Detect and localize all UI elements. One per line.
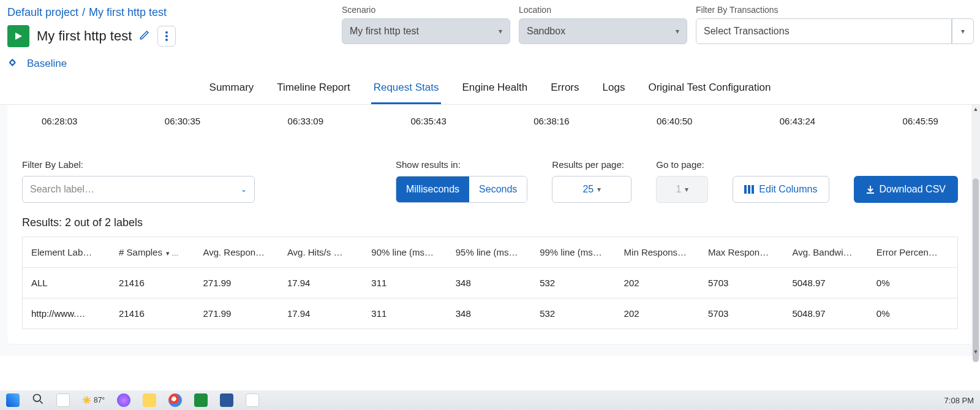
tab-original-config[interactable]: Original Test Configuration (646, 75, 773, 104)
edit-title-button[interactable] (139, 29, 150, 43)
col-max-response[interactable]: Max Respon… (699, 237, 783, 268)
tab-engine-health[interactable]: Engine Health (459, 75, 530, 104)
vertical-scrollbar[interactable]: ▲ ▼ (971, 105, 980, 356)
file-explorer-icon[interactable] (143, 393, 156, 407)
taskbar-app-icon[interactable] (246, 393, 259, 407)
cell-avg: 271.99 (194, 268, 278, 298)
col-avg-bandwidth[interactable]: Avg. Bandwi… (783, 237, 867, 268)
col-avg-hits[interactable]: Avg. Hits/s … (279, 237, 363, 268)
goto-value: 1 (676, 184, 681, 195)
tx-filter-value: Select Transactions (704, 26, 790, 37)
cell-p90: 311 (363, 298, 447, 329)
svg-rect-5 (752, 185, 754, 194)
location-value: Sandbox (527, 26, 565, 37)
scroll-down-icon[interactable]: ▼ (971, 347, 980, 356)
search-os-icon[interactable] (32, 393, 44, 408)
col-90-line[interactable]: 90% line (ms… (363, 237, 447, 268)
svg-rect-3 (744, 185, 747, 194)
perpage-select[interactable]: 25 ▾ (552, 176, 631, 203)
tx-filter-select[interactable]: Select Transactions (696, 18, 952, 44)
edit-columns-button[interactable]: Edit Columns (733, 176, 829, 203)
col-element-label[interactable]: Element Lab… (23, 237, 111, 268)
tab-errors[interactable]: Errors (548, 75, 581, 104)
tab-logs[interactable]: Logs (600, 75, 628, 104)
tick: 06:43:24 (780, 116, 815, 126)
sort-desc-icon: ▾ … (166, 249, 178, 257)
svg-point-1 (165, 35, 168, 37)
more-menu-button[interactable] (157, 26, 176, 47)
svg-point-6 (34, 395, 41, 402)
sun-icon: ☀️ (82, 396, 91, 404)
svg-rect-4 (748, 185, 750, 194)
caret-down-icon: ▾ (685, 185, 688, 194)
cell-min: 202 (616, 268, 699, 298)
taskbar-app-icon[interactable] (194, 393, 208, 407)
page-title: My first http test (37, 28, 132, 44)
filter-label-input[interactable]: Search label… ⌄ (22, 176, 255, 203)
tab-request-stats[interactable]: Request Stats (371, 75, 442, 104)
taskbar-app-icon[interactable] (56, 393, 70, 407)
cell-p90: 311 (363, 268, 447, 298)
results-table: Element Lab… # Samples ▾ … Avg. Respon… … (22, 237, 958, 329)
taskbar-app-icon[interactable] (117, 393, 130, 407)
tick: 06:30:35 (165, 116, 200, 126)
start-icon[interactable] (6, 393, 20, 407)
tx-filter-expand[interactable]: ▾ (952, 18, 974, 44)
download-icon (866, 185, 875, 194)
goto-label: Go to page: (656, 159, 708, 170)
breadcrumb-project[interactable]: Default project (7, 6, 78, 19)
tick: 06:28:03 (42, 116, 77, 126)
cell-max: 5703 (699, 298, 783, 329)
chevron-down-icon: ▾ (499, 27, 502, 36)
cell-avg: 271.99 (194, 298, 278, 329)
cell-hits: 17.94 (279, 298, 363, 329)
tab-summary[interactable]: Summary (207, 75, 257, 104)
cell-min: 202 (616, 298, 699, 329)
table-row[interactable]: ALL 21416 271.99 17.94 311 348 532 202 5… (23, 268, 958, 298)
filter-placeholder: Search label… (30, 184, 94, 195)
svg-point-2 (165, 39, 168, 41)
cell-p99: 532 (531, 298, 615, 329)
toggle-sec[interactable]: Seconds (469, 177, 527, 202)
caret-down-icon: ▾ (597, 185, 601, 194)
cell-samples: 21416 (110, 268, 194, 298)
cell-err: 0% (868, 268, 958, 298)
svg-point-0 (165, 31, 168, 34)
cell-hits: 17.94 (279, 268, 363, 298)
baseline-link[interactable]: Baseline (27, 58, 67, 70)
table-row[interactable]: http://www.… 21416 271.99 17.94 311 348 … (23, 298, 958, 329)
tab-timeline-report[interactable]: Timeline Report (274, 75, 352, 104)
chrome-icon[interactable] (168, 393, 182, 407)
scroll-up-icon[interactable]: ▲ (971, 105, 980, 113)
time-axis: 06:28:03 06:30:35 06:33:09 06:35:43 06:3… (22, 111, 958, 145)
unit-toggle: Milliseconds Seconds (396, 176, 527, 203)
baseline-icon (7, 56, 21, 72)
taskbar-app-icon[interactable] (220, 393, 233, 407)
location-select[interactable]: Sandbox ▾ (519, 18, 687, 44)
cell-label: http://www.… (23, 298, 111, 329)
table-header-row: Element Lab… # Samples ▾ … Avg. Respon… … (23, 237, 958, 268)
cell-bw: 5048.97 (783, 268, 867, 298)
scenario-select[interactable]: My first http test ▾ (342, 18, 510, 44)
cell-err: 0% (868, 298, 958, 329)
weather-temp: 87° (94, 396, 105, 404)
toggle-ms[interactable]: Milliseconds (396, 177, 469, 202)
col-samples[interactable]: # Samples ▾ … (110, 237, 194, 268)
goto-page-select: 1 ▾ (656, 176, 708, 203)
scroll-thumb[interactable] (973, 178, 979, 362)
weather-widget[interactable]: ☀️ 87° (82, 396, 105, 404)
taskbar-clock[interactable]: 7:08 PM (944, 396, 974, 405)
col-99-line[interactable]: 99% line (ms… (531, 237, 615, 268)
chevron-down-icon: ▾ (676, 27, 679, 36)
chevron-down-icon: ⌄ (241, 185, 247, 194)
col-min-response[interactable]: Min Respons… (616, 237, 699, 268)
col-avg-response[interactable]: Avg. Respon… (194, 237, 278, 268)
col-error-percent[interactable]: Error Percen… (868, 237, 958, 268)
run-button[interactable] (7, 25, 29, 47)
filter-by-label: Filter By Label: (22, 159, 255, 170)
download-label: Download CSV (880, 184, 946, 195)
col-95-line[interactable]: 95% line (ms… (447, 237, 531, 268)
tick: 06:45:59 (903, 116, 938, 126)
download-csv-button[interactable]: Download CSV (854, 176, 959, 203)
breadcrumb-test[interactable]: My first http test (89, 6, 167, 19)
